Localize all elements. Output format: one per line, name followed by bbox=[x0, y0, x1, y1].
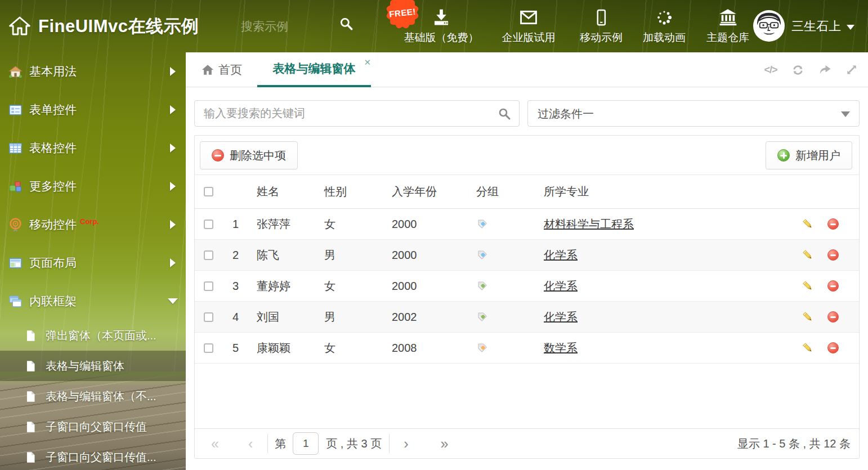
row-checkbox[interactable] bbox=[204, 220, 213, 229]
group-tag-icon bbox=[476, 280, 489, 292]
sidebar-item-form-controls[interactable]: 表单控件 bbox=[0, 91, 186, 129]
delete-selected-button[interactable]: 删除选中项 bbox=[200, 141, 298, 169]
free-badge: FREE! bbox=[385, 0, 420, 30]
row-checkbox[interactable] bbox=[204, 343, 213, 353]
cell-year: 2002 bbox=[392, 311, 476, 324]
record-count-summary: 显示 1 - 5 条 , 共 12 条 bbox=[737, 436, 851, 451]
keyword-search-box bbox=[194, 100, 520, 127]
search-icon[interactable] bbox=[339, 16, 354, 31]
cell-year: 2008 bbox=[392, 342, 476, 355]
nav-enterprise-trial[interactable]: 企业版试用 bbox=[489, 5, 569, 45]
sidebar-item-grid-controls[interactable]: 表格控件 bbox=[0, 129, 186, 167]
cell-gender: 女 bbox=[324, 217, 392, 232]
page-icon bbox=[25, 360, 37, 372]
table-row: 3 董婷婷 女 2000 化学系 bbox=[195, 271, 859, 302]
view-source-icon[interactable]: </> bbox=[763, 62, 778, 77]
sidebar-item-basic-usage[interactable]: 基本用法 bbox=[0, 52, 186, 91]
tab-home[interactable]: 首页 bbox=[202, 52, 242, 87]
table-icon bbox=[8, 141, 23, 155]
sidebar-item-mobile-controls[interactable]: 移动控件 Corp. bbox=[0, 205, 186, 244]
spinner-icon bbox=[655, 5, 674, 30]
avatar[interactable] bbox=[753, 10, 785, 42]
cell-gender: 男 bbox=[324, 310, 392, 325]
filter-dropdown[interactable]: 过滤条件一 bbox=[527, 100, 860, 127]
search-icon[interactable] bbox=[498, 107, 511, 120]
column-header-gender[interactable]: 性别 bbox=[324, 184, 392, 199]
envelope-icon bbox=[518, 5, 539, 30]
grid-toolbar: 删除选中项 新增用户 bbox=[195, 136, 859, 175]
mobile-phone-icon bbox=[593, 5, 610, 30]
sidebar-subitem-child-to-parent[interactable]: 子窗口向父窗口传值 bbox=[0, 411, 186, 442]
edit-pencil-icon[interactable] bbox=[802, 342, 814, 354]
delete-row-icon[interactable] bbox=[827, 280, 839, 292]
filter-dropdown-value: 过滤条件一 bbox=[538, 106, 594, 122]
major-link[interactable]: 数学系 bbox=[544, 342, 578, 354]
delete-row-icon[interactable] bbox=[827, 249, 839, 261]
next-page-icon[interactable]: › bbox=[404, 437, 408, 451]
keyword-search-input[interactable] bbox=[204, 101, 491, 126]
sidebar-item-more-controls[interactable]: 更多控件 bbox=[0, 167, 186, 205]
cell-name: 张萍萍 bbox=[257, 217, 324, 232]
column-header-group[interactable]: 分组 bbox=[476, 184, 544, 199]
delete-row-icon[interactable] bbox=[827, 342, 839, 353]
major-link[interactable]: 材料科学与工程系 bbox=[544, 218, 634, 230]
table-row: 1 张萍萍 女 2000 材料科学与工程系 bbox=[195, 209, 859, 240]
first-page-icon[interactable]: « bbox=[211, 437, 219, 451]
nav-loading-animation[interactable]: 加载动画 bbox=[634, 5, 695, 45]
page-number-input[interactable] bbox=[293, 432, 319, 455]
top-header: FineUIMvc在线示例 FREE! 基础版（免费） bbox=[0, 0, 868, 52]
page-icon bbox=[25, 421, 37, 433]
table-row: 2 陈飞 男 2000 化学系 bbox=[195, 240, 859, 271]
close-icon[interactable]: ✕ bbox=[364, 57, 371, 68]
sidebar-item-inline-frame[interactable]: 内联框架 bbox=[0, 282, 186, 320]
add-user-button[interactable]: 新增用户 bbox=[766, 141, 852, 169]
row-number: 5 bbox=[224, 342, 239, 355]
header-search-input[interactable] bbox=[241, 17, 331, 36]
cell-year: 2000 bbox=[392, 218, 476, 231]
page-title: FineUIMvc在线示例 bbox=[38, 15, 199, 38]
column-header-name[interactable]: 姓名 bbox=[257, 184, 324, 199]
delete-row-icon[interactable] bbox=[827, 218, 839, 230]
major-link[interactable]: 化学系 bbox=[544, 249, 578, 261]
sidebar-subitem-popup-window[interactable]: 弹出窗体（本页面或... bbox=[0, 320, 186, 351]
sidebar-item-page-layout[interactable]: 页面布局 bbox=[0, 244, 186, 282]
home-icon bbox=[202, 64, 214, 76]
cell-name: 董婷婷 bbox=[257, 279, 324, 294]
select-all-checkbox[interactable] bbox=[204, 187, 213, 196]
share-icon[interactable] bbox=[817, 62, 832, 77]
row-number: 4 bbox=[224, 311, 239, 324]
edit-pencil-icon[interactable] bbox=[802, 249, 814, 261]
column-header-year[interactable]: 入学年份 bbox=[392, 184, 476, 199]
tab-grid-edit-window[interactable]: 表格与编辑窗体 ✕ bbox=[257, 52, 371, 87]
sidebar-menu: 基本用法 表单控件 表格控件 bbox=[0, 52, 186, 470]
nav-mobile-demo[interactable]: 移动示例 bbox=[569, 5, 634, 45]
nav-theme-repo[interactable]: 主题仓库 bbox=[695, 5, 761, 45]
cell-name: 刘国 bbox=[257, 310, 324, 325]
edit-pencil-icon[interactable] bbox=[802, 280, 814, 292]
column-header-major[interactable]: 所学专业 bbox=[544, 184, 796, 199]
row-checkbox[interactable] bbox=[204, 281, 213, 291]
edit-pencil-icon[interactable] bbox=[802, 311, 814, 323]
major-link[interactable]: 化学系 bbox=[544, 280, 578, 292]
row-checkbox[interactable] bbox=[204, 250, 213, 260]
group-tag-icon bbox=[476, 218, 489, 230]
row-checkbox[interactable] bbox=[204, 312, 213, 322]
maximize-icon[interactable] bbox=[844, 62, 859, 77]
radar-icon bbox=[8, 218, 23, 232]
last-page-icon[interactable]: » bbox=[440, 437, 448, 451]
prev-page-icon[interactable]: ‹ bbox=[248, 437, 253, 451]
home-icon[interactable] bbox=[9, 15, 30, 37]
username: 三生石上 bbox=[791, 18, 841, 35]
main-content: 过滤条件一 删除选中项 新增用户 姓名 性别 入学年份 分组 bbox=[186, 87, 868, 470]
sidebar-subitem-grid-edit-window[interactable]: 表格与编辑窗体 bbox=[0, 351, 186, 381]
page-icon bbox=[25, 330, 37, 342]
delete-row-icon[interactable] bbox=[827, 311, 839, 323]
major-link[interactable]: 化学系 bbox=[544, 311, 578, 323]
cell-year: 2000 bbox=[392, 280, 476, 293]
edit-pencil-icon[interactable] bbox=[802, 218, 814, 230]
user-menu[interactable]: 三生石上 bbox=[791, 18, 854, 35]
sidebar-subitem-child-to-parent-2[interactable]: 子窗口向父窗口传值... bbox=[0, 442, 186, 470]
refresh-icon[interactable] bbox=[790, 62, 805, 77]
sidebar-subitem-grid-edit-window-2[interactable]: 表格与编辑窗体（不... bbox=[0, 381, 186, 411]
bank-icon bbox=[718, 5, 738, 30]
